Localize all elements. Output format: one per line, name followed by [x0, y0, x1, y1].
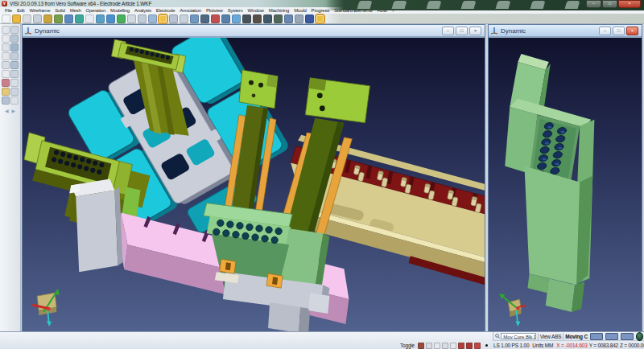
text-tool-icon[interactable]: [10, 70, 19, 78]
light-tool-icon[interactable]: [2, 88, 10, 96]
view-tool-icon[interactable]: [10, 88, 19, 96]
viewport-titlebar-left[interactable]: Dynamic – □ ×: [23, 25, 485, 37]
viewport-3d-canvas-left[interactable]: [23, 37, 485, 331]
red-tool-icon-2[interactable]: [466, 343, 473, 349]
menu-item[interactable]: Mould: [291, 7, 308, 13]
point-tool-icon[interactable]: [10, 35, 19, 43]
red-tool-icon-3[interactable]: [474, 343, 481, 349]
viewport-close-button[interactable]: ×: [626, 27, 638, 35]
back-arrow-icon[interactable]: ◀: [5, 108, 9, 113]
import-cad-icon[interactable]: [43, 14, 52, 23]
range-block-3[interactable]: [621, 333, 634, 340]
zoom-tool-icon[interactable]: [10, 26, 19, 34]
snap-settings-icon[interactable]: [232, 14, 241, 23]
close-button[interactable]: ×: [618, 0, 641, 8]
flow-analysis-icon[interactable]: [316, 14, 324, 23]
toggle-label[interactable]: Toggle: [400, 343, 415, 348]
maximize-button[interactable]: □: [602, 0, 617, 8]
curve-tool-icon[interactable]: [10, 52, 19, 60]
menu-item[interactable]: File: [2, 7, 14, 13]
menu-item[interactable]: Electrode: [154, 7, 178, 13]
viewport-3d-canvas-right[interactable]: [489, 37, 642, 331]
color-tool-icon[interactable]: [2, 79, 10, 87]
new-file-icon[interactable]: [2, 14, 10, 23]
delete-entity-icon[interactable]: [211, 14, 220, 23]
menu-item[interactable]: Machining: [266, 7, 292, 13]
open-file-icon[interactable]: [12, 14, 21, 23]
range-block-1[interactable]: [590, 333, 603, 340]
disabled-tool-icon-1[interactable]: [434, 343, 440, 349]
materials-sphere-icon[interactable]: [75, 14, 84, 23]
stock-model-icon[interactable]: [263, 14, 272, 23]
plot-icon[interactable]: [64, 14, 73, 23]
pan-view-icon[interactable]: [127, 14, 136, 23]
dimension-tool-icon[interactable]: [2, 70, 10, 78]
arc-tool-icon[interactable]: [10, 43, 19, 51]
menu-item[interactable]: Solid: [52, 7, 67, 13]
print-status-icon[interactable]: [418, 343, 424, 349]
disabled-tool-icon-2[interactable]: [450, 343, 456, 349]
viewport-restore-button[interactable]: □: [456, 27, 468, 35]
surface-tool-icon[interactable]: [2, 61, 10, 69]
menu-item[interactable]: Edit: [14, 7, 27, 13]
solid-tool-icon[interactable]: [10, 61, 19, 69]
zoom-window-icon[interactable]: [138, 14, 147, 23]
line-tool-icon[interactable]: [2, 43, 10, 51]
refresh-view-icon[interactable]: [96, 14, 105, 23]
menu-item[interactable]: Analysis: [132, 7, 154, 13]
zoom-extents-icon[interactable]: [148, 14, 157, 23]
titlebar-glass-panel: – □ ×: [326, 0, 644, 10]
section-view-icon[interactable]: [200, 14, 209, 23]
menu-item[interactable]: Plotview: [204, 7, 225, 13]
measure-tool-icon[interactable]: [221, 14, 230, 23]
save-file-icon[interactable]: [23, 14, 31, 23]
moving-label[interactable]: Moving C: [565, 334, 588, 339]
menu-item[interactable]: System: [225, 7, 246, 13]
print-icon[interactable]: [33, 14, 42, 23]
view-mode-icon[interactable]: [159, 14, 167, 23]
units-label: Units MM: [532, 343, 553, 348]
range-blocks: [590, 333, 634, 340]
dynamic-rotate-icon[interactable]: [117, 14, 126, 23]
machining-setup-icon[interactable]: [242, 14, 251, 23]
simulation-icon[interactable]: [305, 14, 314, 23]
electrode-tool-icon[interactable]: [284, 14, 293, 23]
export-cad-icon[interactable]: [54, 14, 63, 23]
pan-tool-icon[interactable]: [2, 35, 10, 43]
grid-tool-icon[interactable]: [2, 96, 10, 105]
new-window-icon[interactable]: [85, 14, 94, 23]
menu-item[interactable]: Window: [246, 7, 266, 13]
viewport-minimize-button[interactable]: –: [442, 27, 454, 35]
red-tool-icon-1[interactable]: [458, 343, 464, 349]
menu-item[interactable]: Wireframe: [27, 7, 52, 13]
menu-item[interactable]: Modelling: [108, 7, 132, 13]
delete-x-icon[interactable]: [442, 343, 448, 349]
selection-tool-icon[interactable]: [2, 26, 10, 34]
viewport-minimize-button[interactable]: –: [599, 27, 611, 35]
undo-icon[interactable]: [106, 14, 115, 23]
forward-arrow-icon[interactable]: ▶: [12, 108, 16, 113]
viewport-titlebar-right[interactable]: Dynamic – □ ×: [489, 25, 642, 37]
top-view-icon[interactable]: [190, 14, 199, 23]
front-view-icon[interactable]: [180, 14, 188, 23]
menu-item[interactable]: Annotation: [177, 7, 204, 13]
clamp-tool-icon[interactable]: [295, 14, 303, 23]
range-block-2[interactable]: [605, 333, 618, 340]
search-icon[interactable]: [495, 333, 500, 339]
menu-item[interactable]: Operation: [84, 7, 109, 13]
side-toolbar: ◀ ▶: [0, 24, 21, 331]
viewport-close-button[interactable]: ×: [469, 27, 481, 35]
circle-tool-icon[interactable]: [2, 52, 10, 60]
minimize-button[interactable]: –: [586, 0, 601, 8]
viewport-restore-button[interactable]: □: [613, 27, 625, 35]
layer-tool-icon[interactable]: [10, 79, 19, 87]
globe-icon[interactable]: [636, 332, 643, 341]
toolpath-icon[interactable]: [253, 14, 262, 23]
flag-b-icon[interactable]: [426, 343, 432, 349]
view-mode-label[interactable]: View ABS: [540, 334, 562, 339]
coordinate-system-field[interactable]: Mov Core Blk Dtm: [501, 333, 536, 339]
menu-item[interactable]: Mesh: [68, 7, 84, 13]
drill-wizard-icon[interactable]: [274, 14, 283, 23]
settings-tool-icon[interactable]: [10, 96, 19, 105]
isometric-view-icon[interactable]: [169, 14, 178, 23]
